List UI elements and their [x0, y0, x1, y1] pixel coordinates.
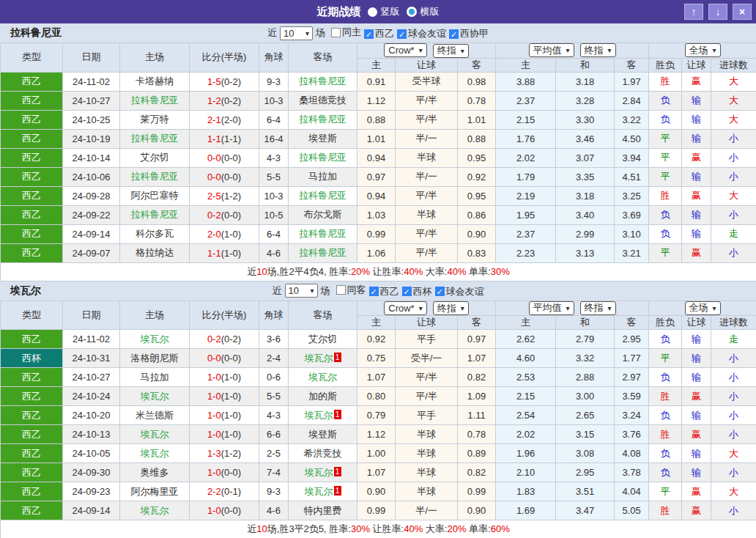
- date-cell: 24-09-28: [63, 186, 120, 205]
- up-arrow-icon: ↑: [692, 6, 697, 18]
- halftime-score: (0-0): [221, 152, 241, 163]
- orientation-radio-horizontal[interactable]: 横版: [407, 5, 440, 18]
- date-cell: 24-10-24: [63, 387, 120, 406]
- odds-home-cell: 0.97: [357, 167, 396, 186]
- fulltime-score: 1-1: [207, 133, 221, 144]
- odds-home-cell: 0.80: [357, 387, 396, 406]
- checkbox-unchecked-icon[interactable]: [331, 28, 341, 37]
- league-cell: 西乙: [1, 387, 63, 406]
- avg-draw-cell: 2.99: [556, 224, 615, 243]
- odds-away-cell: 0.95: [458, 186, 496, 205]
- corners-cell: 5-5: [259, 167, 289, 186]
- full-match-select[interactable]: 全场▾: [685, 43, 721, 57]
- avg-home-cell: 1.79: [496, 167, 556, 186]
- summary-part: 10: [256, 523, 267, 534]
- fulltime-score: 0-0: [207, 152, 221, 163]
- summary-part: 30%: [491, 266, 510, 277]
- odds-away-cell: 0.78: [458, 91, 496, 110]
- summary-part: 60%: [491, 523, 510, 534]
- summary-part: 40%: [447, 266, 466, 277]
- bookmaker-select-value: Crow*: [388, 303, 414, 314]
- odds-away-cell: 0.95: [458, 148, 496, 167]
- chevron-down-icon: ▾: [419, 46, 423, 54]
- checkbox-checked-icon[interactable]: ✓: [397, 29, 407, 39]
- avg-draw-cell: 3.07: [556, 148, 615, 167]
- checkbox-checked-icon[interactable]: ✓: [402, 287, 412, 296]
- score-cell: 2-5(1-2): [190, 186, 259, 205]
- team-name-text: 马拉加: [308, 171, 337, 182]
- result-cell: 平: [649, 482, 682, 501]
- checkbox-checked-icon[interactable]: ✓: [364, 29, 374, 39]
- goals-result-cell: 大: [711, 110, 756, 129]
- checkbox-unchecked-icon[interactable]: [336, 285, 346, 295]
- away-team-cell: 布尔戈斯: [289, 205, 357, 224]
- radio-selected-icon[interactable]: [368, 7, 377, 17]
- corners-cell: 0-6: [259, 368, 289, 387]
- summary-part: 单率:: [466, 523, 490, 534]
- average-select[interactable]: 平均值▾: [529, 43, 574, 57]
- bookmaker-select[interactable]: Crow*▾: [384, 43, 426, 57]
- recent-count-value: 10: [289, 285, 299, 296]
- odds-away-cell: 0.86: [458, 205, 496, 224]
- home-team-cell: 科尔多瓦: [120, 224, 190, 243]
- avg-stage-select[interactable]: 终指▾: [580, 43, 616, 57]
- close-icon: ×: [739, 6, 745, 18]
- corners-cell: 4-3: [259, 406, 289, 425]
- avg-away-cell: 4.04: [615, 482, 649, 501]
- home-team-cell: 格拉纳达: [120, 243, 190, 262]
- page-title: 近期战绩: [317, 5, 361, 19]
- checkbox-checked-icon[interactable]: ✓: [369, 287, 379, 296]
- team-name-text: 埃登斯: [308, 133, 337, 144]
- subheader-odds-home: 主: [357, 58, 396, 72]
- bookmaker-select[interactable]: Crow*▾: [384, 301, 426, 315]
- avg-stage-select[interactable]: 终指▾: [580, 301, 616, 315]
- odds-stage-select[interactable]: 终指▾: [433, 44, 469, 58]
- handicap-result-cell: 输: [682, 224, 711, 243]
- result-cell: 平: [649, 349, 682, 368]
- full-match-select[interactable]: 全场▾: [685, 301, 721, 315]
- result-cell: 负: [649, 463, 682, 482]
- close-button[interactable]: ×: [733, 4, 752, 20]
- handicap-result-cell: 输: [682, 406, 711, 425]
- date-cell: 24-10-27: [63, 368, 120, 387]
- handicap-cell: 平手: [396, 330, 458, 349]
- avg-away-cell: 3.25: [615, 186, 649, 205]
- score-cell: 0-0(0-0): [190, 148, 259, 167]
- column-header-corners: 角球: [259, 43, 289, 73]
- team-name-text: 布尔戈斯: [304, 209, 342, 220]
- recent-count-select[interactable]: 10 ▾: [280, 26, 313, 40]
- average-select[interactable]: 平均值▾: [529, 301, 574, 315]
- checkbox-checked-icon[interactable]: ✓: [449, 29, 459, 39]
- match-row: 西乙24-10-06拉科鲁尼亚0-0(0-0)5-5马拉加0.97半/一0.92…: [1, 167, 756, 186]
- date-cell: 24-11-02: [63, 330, 120, 349]
- handicap-result-cell: 赢: [682, 72, 711, 91]
- handicap-cell: 半球: [396, 425, 458, 444]
- corners-cell: 2-4: [259, 349, 289, 368]
- odds-home-cell: 0.88: [357, 110, 396, 129]
- chevron-down-icon: ▾: [713, 304, 716, 312]
- team-name-text: 拉科鲁尼亚: [131, 209, 179, 220]
- score-cell: 2-2(0-1): [190, 482, 259, 501]
- avg-draw-cell: 2.88: [556, 368, 615, 387]
- corners-cell: 10-3: [259, 91, 289, 110]
- halftime-score: (1-0): [221, 391, 241, 402]
- checkbox-checked-icon[interactable]: ✓: [435, 287, 445, 296]
- checkbox-label: 同客: [347, 284, 366, 297]
- scroll-up-button[interactable]: ↑: [684, 4, 703, 20]
- recent-count-select[interactable]: 10 ▾: [285, 284, 318, 298]
- handicap-result-cell: 赢: [682, 243, 711, 262]
- scroll-down-button[interactable]: ↓: [708, 4, 727, 20]
- radio-unselected-icon[interactable]: [407, 7, 417, 17]
- team-name-text: 埃瓦尔: [141, 505, 169, 516]
- league-cell: 西乙: [1, 224, 63, 243]
- summary-text: 近10场,胜2平4负4, 胜率:20% 让胜率:40% 大率:40% 单率:30…: [1, 262, 756, 281]
- goals-result-cell: 小: [711, 463, 756, 482]
- result-cell: 负: [649, 205, 682, 224]
- odds-stage-select[interactable]: 终指▾: [433, 301, 469, 315]
- recent-count-value: 10: [284, 28, 294, 39]
- league-cell: 西乙: [1, 205, 63, 224]
- date-cell: 24-11-02: [63, 72, 120, 91]
- fulltime-score: 2-0: [207, 229, 221, 240]
- home-team-cell: 拉科鲁尼亚: [120, 167, 190, 186]
- orientation-radio-vertical[interactable]: 竖版: [368, 5, 400, 18]
